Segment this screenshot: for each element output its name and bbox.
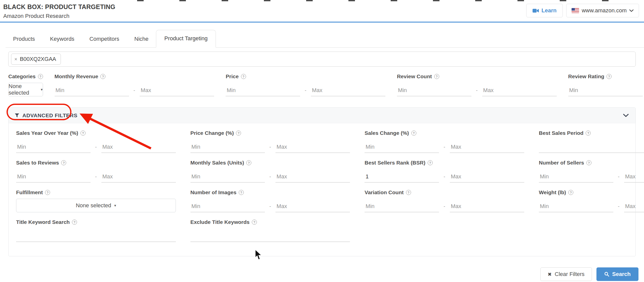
variation-count-min-input[interactable]	[365, 201, 439, 212]
advanced-filters-label: ADVANCED FILTERS	[22, 112, 77, 118]
sales-to-reviews-max-input[interactable]	[101, 171, 176, 183]
chevron-down-icon	[629, 9, 634, 12]
best-sellers-rank-min-input[interactable]	[365, 171, 439, 183]
help-icon[interactable]: ?	[428, 160, 433, 165]
help-icon[interactable]: ?	[61, 160, 66, 165]
help-icon[interactable]: ?	[586, 160, 591, 165]
collapse-chevron-icon[interactable]	[623, 114, 629, 117]
filter-best-sellers-rank: Best Sellers Rank (BSR)?-	[365, 159, 524, 183]
filter-categories: Categories?None selected▾	[8, 73, 43, 96]
help-icon[interactable]: ?	[241, 74, 246, 79]
price-change-max-input[interactable]	[275, 141, 350, 153]
remove-tag-icon[interactable]: ×	[14, 56, 17, 62]
advanced-filters-panel: ADVANCED FILTERS Sales Year Over Year (%…	[8, 107, 636, 256]
primary-filter-row: Categories?None selected▾Monthly Revenue…	[8, 73, 636, 96]
help-icon[interactable]: ?	[246, 160, 251, 165]
sales-to-reviews-min-input[interactable]	[16, 171, 91, 183]
help-icon[interactable]: ?	[100, 74, 105, 79]
tab-product-targeting[interactable]: Product Targeting	[156, 30, 216, 48]
learn-label: Learn	[542, 7, 557, 14]
page-header: BLACK BOX: PRODUCT TARGETING Amazon Prod…	[0, 0, 644, 22]
learn-button[interactable]: Learn	[526, 4, 563, 17]
number-of-images-min-input[interactable]	[190, 201, 265, 212]
help-icon[interactable]: ?	[38, 74, 43, 79]
help-icon[interactable]: ?	[434, 74, 439, 79]
help-icon[interactable]: ?	[72, 220, 77, 225]
tab-keywords[interactable]: Keywords	[43, 32, 82, 47]
advanced-filters-header[interactable]: ADVANCED FILTERS	[9, 108, 635, 123]
monthly-sales-units-min-input[interactable]	[190, 171, 265, 183]
blackbox-product-targeting-screen: BLACK BOX: PRODUCT TARGETING Amazon Prod…	[0, 0, 644, 282]
sales-year-over-year-max-input[interactable]	[101, 141, 176, 153]
categories-label: Categories?	[8, 73, 43, 80]
sales-change-min-input[interactable]	[365, 141, 439, 153]
help-icon[interactable]: ?	[45, 190, 50, 195]
weight-lb-min-input[interactable]	[539, 201, 613, 212]
sales-change-label: Sales Change (%)?	[365, 130, 524, 136]
review-rating-label: Review Rating?	[568, 73, 644, 80]
caret-down-icon: ▾	[114, 203, 116, 208]
help-icon[interactable]: ?	[252, 220, 257, 225]
clear-filters-button[interactable]: ✖ Clear Filters	[540, 267, 592, 281]
number-of-sellers-max-input[interactable]	[624, 171, 644, 183]
help-icon[interactable]: ?	[568, 190, 573, 195]
variation-count-max-input[interactable]	[450, 201, 524, 212]
number-of-images-max-input[interactable]	[275, 201, 350, 212]
price-change-min-input[interactable]	[190, 141, 265, 153]
search-button[interactable]: Search	[596, 267, 638, 281]
monthly-sales-units-label: Monthly Sales (Units)?	[190, 159, 350, 166]
price-min-input[interactable]	[226, 85, 300, 96]
marketplace-dropdown[interactable]: www.amazon.com	[566, 4, 639, 17]
tab-competitors[interactable]: Competitors	[82, 32, 127, 47]
fulfillment-label: Fulfillment?	[16, 189, 176, 196]
monthly-revenue-min-input[interactable]	[55, 85, 129, 96]
number-of-sellers-min-input[interactable]	[539, 171, 613, 183]
monthly-revenue-max-input[interactable]	[140, 85, 214, 96]
range-separator: -	[618, 204, 620, 209]
filter-variation-count: Variation Count?-	[365, 189, 524, 212]
header-actions: Learn www.amazon.com	[526, 4, 639, 17]
range-separator: -	[269, 144, 271, 150]
review-count-max-input[interactable]	[482, 85, 557, 96]
price-max-input[interactable]	[311, 85, 385, 96]
weight-lb-max-input[interactable]	[624, 201, 644, 212]
review-count-min-input[interactable]	[397, 85, 471, 96]
range-separator: -	[305, 88, 306, 93]
us-flag-icon	[572, 8, 579, 13]
best-sellers-rank-max-input[interactable]	[450, 171, 524, 183]
help-icon[interactable]: ?	[236, 131, 241, 136]
tab-products[interactable]: Products	[6, 32, 43, 47]
monthly-sales-units-max-input[interactable]	[275, 171, 350, 183]
filter-monthly-sales-units: Monthly Sales (Units)?-	[190, 159, 350, 183]
exclude-title-keywords-input[interactable]	[190, 230, 350, 242]
help-icon[interactable]: ?	[239, 190, 244, 195]
range-separator: -	[444, 204, 445, 209]
categories-dropdown[interactable]: None selected▾	[8, 83, 43, 96]
asin-input[interactable]: × B00XQ2XGAA	[8, 52, 636, 67]
help-icon[interactable]: ?	[80, 131, 86, 136]
filter-exclude-title-keywords: Exclude Title Keywords?	[190, 219, 350, 242]
tab-niche[interactable]: Niche	[127, 32, 156, 47]
help-icon[interactable]: ?	[586, 131, 591, 136]
header-divider	[0, 22, 644, 22]
advanced-filters-title: ADVANCED FILTERS	[15, 112, 77, 118]
sales-year-over-year-min-input[interactable]	[16, 141, 91, 153]
variation-count-label: Variation Count?	[365, 189, 524, 196]
video-camera-icon	[533, 9, 539, 13]
filter-number-of-images: Number of Images?-	[190, 189, 350, 212]
filter-best-sales-period: Best Sales Period?	[539, 130, 644, 153]
range-separator: -	[444, 144, 445, 150]
review-rating-min-input[interactable]	[568, 85, 643, 96]
help-icon[interactable]: ?	[607, 74, 612, 79]
advanced-filters-body: Sales Year Over Year (%)?-Price Change (…	[9, 123, 635, 256]
help-icon[interactable]: ?	[406, 190, 411, 195]
price-change-label: Price Change (%)?	[190, 130, 350, 136]
best-sales-period-input[interactable]	[539, 141, 644, 153]
title-keyword-search-input[interactable]	[16, 230, 176, 242]
sales-change-max-input[interactable]	[450, 141, 524, 153]
monthly-revenue-label: Monthly Revenue?	[55, 73, 214, 80]
fulfillment-dropdown[interactable]: None selected▾	[16, 199, 176, 212]
weight-lb-label: Weight (lb)?	[539, 189, 644, 196]
filter-funnel-icon	[15, 113, 19, 118]
help-icon[interactable]: ?	[411, 131, 416, 136]
